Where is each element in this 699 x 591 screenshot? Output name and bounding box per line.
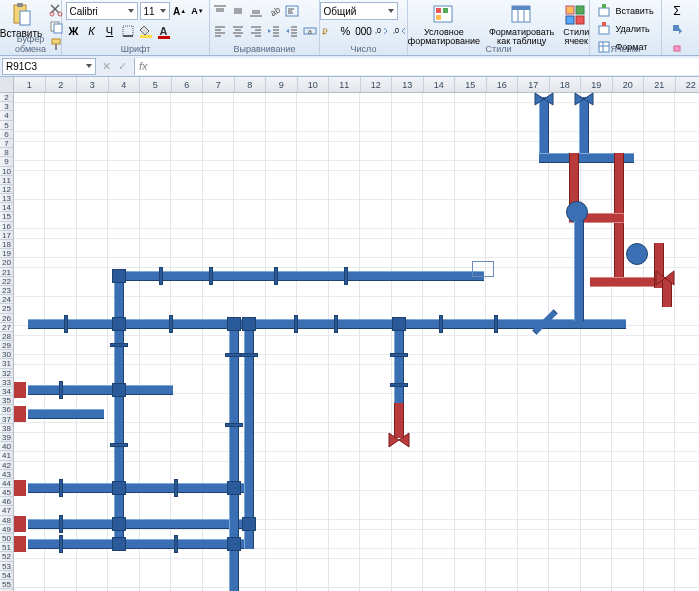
valve-red-center[interactable]: [387, 431, 411, 449]
row-header[interactable]: 49: [0, 525, 13, 534]
name-box[interactable]: R91C3: [2, 58, 96, 75]
row-header[interactable]: 18: [0, 240, 13, 249]
align-bottom-button[interactable]: [248, 3, 264, 19]
tee-12[interactable]: [227, 537, 241, 551]
row-header[interactable]: 13: [0, 194, 13, 203]
italic-button[interactable]: К: [84, 23, 100, 39]
cancel-formula-button[interactable]: ✕: [98, 58, 114, 74]
enter-formula-button[interactable]: ✓: [114, 58, 130, 74]
pump-circle-2[interactable]: [626, 243, 648, 265]
col-header[interactable]: 6: [172, 77, 204, 92]
tee-8[interactable]: [112, 517, 126, 531]
align-left-button[interactable]: [212, 23, 228, 39]
row-header[interactable]: 32: [0, 369, 13, 378]
col-header[interactable]: 22: [676, 77, 700, 92]
row-header[interactable]: 35: [0, 396, 13, 405]
row-header[interactable]: 5: [0, 121, 13, 130]
row-headers[interactable]: 2345678910111213141516171819202122232425…: [0, 93, 14, 591]
decrease-indent-button[interactable]: [266, 23, 282, 39]
row-header[interactable]: 39: [0, 433, 13, 442]
row-header[interactable]: 16: [0, 222, 13, 231]
row-header[interactable]: 24: [0, 295, 13, 304]
row-header[interactable]: 10: [0, 167, 13, 176]
col-header[interactable]: 5: [140, 77, 172, 92]
tee-6[interactable]: [112, 383, 126, 397]
col-header[interactable]: 19: [581, 77, 613, 92]
row-header[interactable]: 53: [0, 562, 13, 571]
col-header[interactable]: 9: [266, 77, 298, 92]
endcap-1[interactable]: [14, 382, 26, 398]
format-as-table-button[interactable]: Форматировать как таблицу: [486, 2, 557, 47]
tee-3[interactable]: [227, 317, 241, 331]
row-header[interactable]: 42: [0, 461, 13, 470]
row-header[interactable]: 11: [0, 176, 13, 185]
row-header[interactable]: 41: [0, 451, 13, 460]
col-header[interactable]: 14: [424, 77, 456, 92]
col-header[interactable]: 2: [46, 77, 78, 92]
tee-5[interactable]: [392, 317, 406, 331]
row-header[interactable]: 27: [0, 323, 13, 332]
col-header[interactable]: 3: [77, 77, 109, 92]
tee-1[interactable]: [112, 269, 126, 283]
percent-button[interactable]: %: [338, 23, 354, 39]
column-headers[interactable]: 12345678910111213141516171819202122: [14, 77, 699, 93]
font-name-combo[interactable]: Calibri: [66, 2, 138, 20]
increase-font-button[interactable]: A▲: [172, 3, 188, 19]
row-header[interactable]: 7: [0, 139, 13, 148]
worksheet-grid[interactable]: 12345678910111213141516171819202122 2345…: [0, 77, 699, 591]
valve-top-2[interactable]: [573, 93, 595, 105]
row-header[interactable]: 20: [0, 258, 13, 267]
row-header[interactable]: 3: [0, 102, 13, 111]
merge-button[interactable]: a: [302, 23, 318, 39]
increase-decimal-button[interactable]: ,0: [374, 23, 390, 39]
col-header[interactable]: 15: [455, 77, 487, 92]
col-header[interactable]: 13: [392, 77, 424, 92]
row-header[interactable]: 45: [0, 488, 13, 497]
row-header[interactable]: 28: [0, 332, 13, 341]
endcap-4[interactable]: [14, 516, 26, 532]
bold-button[interactable]: Ж: [66, 23, 82, 39]
pipe-main-top[interactable]: [114, 271, 484, 281]
number-format-combo[interactable]: Общий: [320, 2, 398, 20]
font-size-combo[interactable]: 11: [140, 2, 170, 20]
increase-indent-button[interactable]: [284, 23, 300, 39]
select-all-corner[interactable]: [0, 77, 14, 93]
pipe-v-main1[interactable]: [114, 271, 124, 551]
pipe-v-top1[interactable]: [539, 97, 549, 157]
align-center-button[interactable]: [230, 23, 246, 39]
tee-10[interactable]: [227, 481, 241, 495]
tee-7[interactable]: [112, 481, 126, 495]
row-header[interactable]: 23: [0, 286, 13, 295]
row-header[interactable]: 31: [0, 359, 13, 368]
col-header[interactable]: 7: [203, 77, 235, 92]
row-header[interactable]: 40: [0, 442, 13, 451]
formula-input[interactable]: fx: [134, 58, 699, 75]
row-header[interactable]: 17: [0, 231, 13, 240]
row-header[interactable]: 38: [0, 424, 13, 433]
row-header[interactable]: 48: [0, 516, 13, 525]
currency-button[interactable]: ₽: [320, 23, 336, 39]
align-top-button[interactable]: [212, 3, 228, 19]
underline-button[interactable]: Ч: [102, 23, 118, 39]
row-header[interactable]: 46: [0, 497, 13, 506]
endcap-2[interactable]: [14, 406, 26, 422]
pipe-v-main4[interactable]: [394, 319, 404, 409]
row-header[interactable]: 12: [0, 185, 13, 194]
col-header[interactable]: 10: [298, 77, 330, 92]
endcap-3[interactable]: [14, 480, 26, 496]
tee-11[interactable]: [242, 517, 256, 531]
row-header[interactable]: 33: [0, 378, 13, 387]
delete-cells-button[interactable]: Удалить: [597, 20, 649, 38]
wrap-text-button[interactable]: [284, 3, 300, 19]
row-header[interactable]: 14: [0, 203, 13, 212]
pipe-v-mid1[interactable]: [574, 221, 584, 321]
row-header[interactable]: 52: [0, 552, 13, 561]
row-header[interactable]: 54: [0, 571, 13, 580]
col-header[interactable]: 18: [550, 77, 582, 92]
font-color-button[interactable]: A: [156, 23, 172, 39]
row-header[interactable]: 29: [0, 341, 13, 350]
col-header[interactable]: 8: [235, 77, 267, 92]
conditional-formatting-button[interactable]: Условное форматирование: [405, 2, 483, 47]
row-header[interactable]: 43: [0, 470, 13, 479]
decrease-font-button[interactable]: A▼: [190, 3, 206, 19]
